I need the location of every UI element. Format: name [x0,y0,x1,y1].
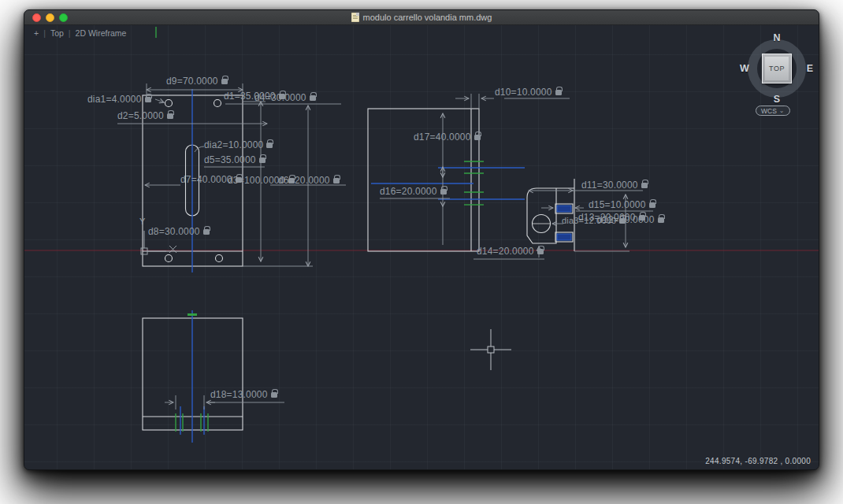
wireframe-drawing[interactable] [24,25,819,470]
dim-dia1[interactable]: dia1=4.0000 [87,94,151,105]
dimension-lines-middle [380,94,570,259]
dim-d2[interactable]: d2=5.0000 [117,110,173,121]
dim-d4[interactable]: d4=30.0000 [254,92,316,103]
drawing-canvas[interactable]: + | Top | 2D Wireframe d9=70.0000 dia1=4… [24,25,819,470]
dim-d15[interactable]: d15=10.0000 [589,199,655,210]
dim-d12[interactable]: d12=20.0000 [597,214,664,225]
viewcube-north[interactable]: N [773,32,780,43]
lock-icon [221,79,228,84]
viewport-expand-control[interactable]: + [34,28,39,38]
viewport-controls: + | Top | 2D Wireframe [34,28,126,38]
viewcube-south[interactable]: S [774,94,780,105]
coordinates-readout: 244.9574, -69.9782 , 0.0000 [705,457,811,465]
lock-icon [537,249,544,254]
lock-icon [310,95,316,101]
close-button[interactable] [32,13,41,22]
lock-icon [641,183,648,188]
lock-icon [658,217,664,223]
dim-d8[interactable]: d8=30.0000 [148,226,210,237]
viewport-view-control[interactable]: Top [50,28,64,38]
viewcube[interactable]: N S W E TOP [743,35,811,102]
dim-d10[interactable]: d10=10.0000 [495,87,562,98]
lock-icon [203,229,210,235]
lock-icon [440,189,447,195]
viewcube-east[interactable]: E [807,63,813,74]
dim-d5[interactable]: d5=35.0000 [204,154,266,165]
lock-icon [271,392,277,398]
dim-d9[interactable]: d9=70.0000 [166,76,228,87]
titlebar[interactable]: modulo carrello volandia mm.dwg [24,10,819,25]
dwg-file-icon [351,13,359,22]
lock-icon [333,178,340,183]
lock-icon [266,143,273,148]
window-title: modulo carrello volandia mm.dwg [351,13,492,22]
viewport-separator: | [43,28,46,38]
dim-dia2[interactable]: dia2=10.0000 [204,139,273,150]
ucs-y-label: Y [139,217,145,226]
traffic-lights [32,13,68,22]
lock-icon [555,90,562,95]
crosshair-cursor [470,329,511,370]
lock-icon [649,202,655,208]
lock-icon [259,158,266,163]
dim-d6[interactable]: d6=20.0000 [278,175,340,186]
zoom-button[interactable] [59,13,68,22]
dim-d14[interactable]: d14=20.0000 [477,246,544,257]
viewport-visual-style-control[interactable]: 2D Wireframe [76,28,127,38]
viewcube-west[interactable]: W [740,63,749,74]
minimize-button[interactable] [46,13,54,22]
viewport-separator: | [69,28,71,38]
chevron-down-icon: ⌄ [779,107,785,114]
dim-d11[interactable]: d11=30.0000 [581,180,648,191]
window-title-text: modulo carrello volandia mm.dwg [363,13,492,22]
viewcube-top-face[interactable]: TOP [762,54,792,83]
lock-icon [145,97,151,102]
dim-d18[interactable]: d18=13.0000 [210,389,277,400]
app-window: modulo carrello volandia mm.dwg [24,9,819,470]
wcs-dropdown[interactable]: WCS ⌄ [756,106,790,116]
dim-d16[interactable]: d16=20.0000 [380,186,447,197]
lock-icon [474,135,481,140]
part-middle[interactable] [368,109,479,251]
dim-d17[interactable]: d17=40.0000 [414,132,481,143]
lock-icon [167,113,173,119]
